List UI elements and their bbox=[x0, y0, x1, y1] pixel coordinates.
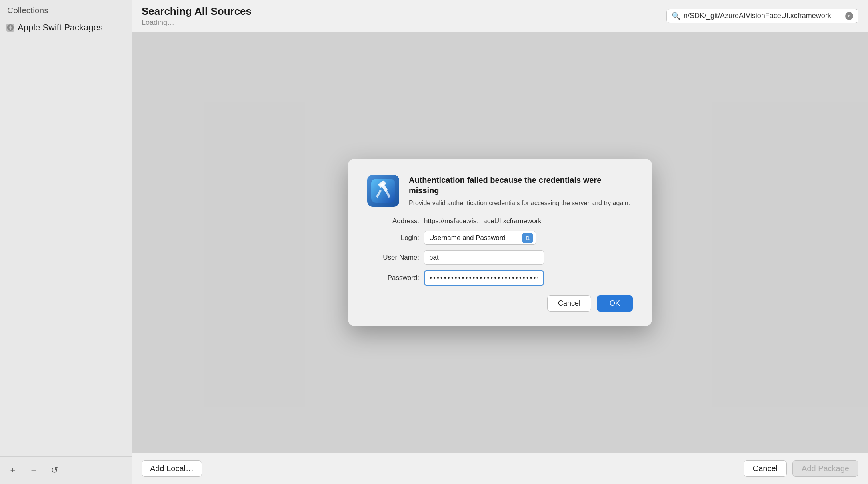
sidebar-collections-label: Collections bbox=[0, 0, 132, 18]
form-row-login: Login: Username and Password ⇅ bbox=[367, 231, 633, 245]
login-label: Login: bbox=[367, 234, 419, 242]
search-bar[interactable]: 🔍 n/SDK/_git/AzureAIVisionFaceUI.xcframe… bbox=[666, 9, 858, 23]
header-title-block: Searching All Sources Loading… bbox=[142, 5, 252, 27]
bottom-right-buttons: Cancel Add Package bbox=[744, 460, 858, 477]
sidebar-item-swift-packages[interactable]: Apple Swift Packages bbox=[0, 18, 132, 37]
add-local-button[interactable]: Add Local… bbox=[142, 460, 202, 477]
sidebar-item-label-swift: Apple Swift Packages bbox=[18, 22, 103, 33]
search-icon: 🔍 bbox=[672, 12, 680, 20]
xcode-icon bbox=[367, 175, 399, 207]
modal-subtitle: Provide valid authentication credentials… bbox=[409, 199, 633, 208]
auth-modal: Authentication failed because the creden… bbox=[348, 159, 652, 326]
password-input[interactable] bbox=[424, 270, 544, 286]
add-package-button[interactable]: Add Package bbox=[792, 460, 858, 477]
address-label: Address: bbox=[367, 217, 419, 225]
sidebar: Collections Apple Swift Packages + − ↺ bbox=[0, 0, 132, 484]
search-clear-button[interactable]: × bbox=[845, 12, 853, 20]
header-subtitle: Loading… bbox=[142, 18, 252, 27]
form-row-username: User Name: bbox=[367, 250, 633, 265]
search-text: n/SDK/_git/AzureAIVisionFaceUI.xcframewo… bbox=[684, 12, 842, 20]
password-label: Password: bbox=[367, 274, 419, 282]
add-collection-button[interactable]: + bbox=[6, 464, 19, 477]
modal-header: Authentication failed because the creden… bbox=[367, 175, 633, 208]
modal-buttons: Cancel OK bbox=[367, 295, 633, 312]
modal-form: Address: https://msface.vis…aceUI.xcfram… bbox=[367, 217, 633, 286]
modal-ok-button[interactable]: OK bbox=[597, 295, 633, 312]
remove-collection-button[interactable]: − bbox=[27, 464, 40, 477]
main-body: Authentication failed because the creden… bbox=[132, 32, 868, 453]
app-container: Collections Apple Swift Packages + − ↺ S… bbox=[0, 0, 868, 484]
cancel-button[interactable]: Cancel bbox=[744, 460, 787, 477]
modal-title: Authentication failed because the creden… bbox=[409, 175, 633, 196]
sidebar-bottom-controls: + − ↺ bbox=[0, 456, 132, 484]
form-row-address: Address: https://msface.vis…aceUI.xcfram… bbox=[367, 217, 633, 225]
login-select[interactable]: Username and Password bbox=[424, 231, 536, 245]
main-header: Searching All Sources Loading… 🔍 n/SDK/_… bbox=[132, 0, 868, 32]
modal-overlay: Authentication failed because the creden… bbox=[132, 32, 868, 453]
modal-cancel-button[interactable]: Cancel bbox=[547, 295, 591, 312]
modal-title-block: Authentication failed because the creden… bbox=[409, 175, 633, 208]
bottom-bar: Add Local… Cancel Add Package bbox=[132, 453, 868, 484]
refresh-collection-button[interactable]: ↺ bbox=[48, 464, 61, 477]
form-row-password: Password: bbox=[367, 270, 633, 286]
username-input[interactable] bbox=[424, 250, 544, 265]
address-value: https://msface.vis…aceUI.xcframework bbox=[424, 217, 542, 225]
login-select-wrapper[interactable]: Username and Password ⇅ bbox=[424, 231, 536, 245]
header-title: Searching All Sources bbox=[142, 5, 252, 18]
main-content: Searching All Sources Loading… 🔍 n/SDK/_… bbox=[132, 0, 868, 484]
username-label: User Name: bbox=[367, 254, 419, 262]
apple-icon bbox=[6, 24, 14, 32]
